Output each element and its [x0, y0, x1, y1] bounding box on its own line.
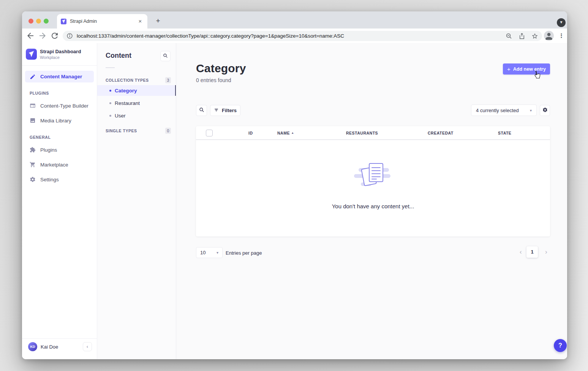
column-header-state[interactable]: STATE: [498, 131, 511, 135]
cart-icon: [30, 162, 36, 168]
search-icon: [163, 53, 168, 60]
table-header-row: ID NAME ▴ RESTAURANTS CREATEDAT STATE: [196, 126, 550, 140]
subnav-item-user[interactable]: User: [97, 110, 176, 121]
page-size-select[interactable]: 10 ▾: [196, 247, 223, 258]
sidebar-section-plugins: PLUGINS: [30, 91, 49, 95]
user-name: Kai Doe: [41, 344, 58, 350]
subnav-title: Content: [106, 52, 131, 60]
zoom-out-icon[interactable]: [506, 33, 512, 40]
back-button[interactable]: [26, 31, 35, 40]
subnav-search-button[interactable]: [160, 51, 171, 61]
column-header-name[interactable]: NAME: [277, 131, 290, 135]
single-types-count-badge: 0: [165, 128, 171, 134]
filters-button[interactable]: Filters: [210, 105, 240, 116]
page-number-current[interactable]: 1: [526, 246, 538, 258]
workspace-header[interactable]: Strapi Dashboard Workplace: [26, 49, 81, 60]
column-header-restaurants[interactable]: RESTAURANTS: [346, 131, 378, 135]
collection-types-label: COLLECTION TYPES: [106, 78, 149, 82]
subnav-item-category[interactable]: Category: [97, 85, 176, 96]
plus-icon: +: [507, 66, 511, 72]
workspace-title: Strapi Dashboard: [40, 49, 81, 54]
puzzle-icon: [30, 147, 36, 153]
browser-menu-icon[interactable]: ⋮: [558, 31, 564, 40]
help-button[interactable]: ?: [554, 339, 567, 352]
bullet-icon: [109, 115, 111, 117]
empty-state-message: You don't have any content yet...: [196, 203, 550, 209]
sidebar-item-label: Marketplace: [40, 162, 68, 168]
sidebar-item-media-library[interactable]: Media Library: [30, 117, 94, 124]
sidebar-item-plugins[interactable]: Plugins: [30, 146, 94, 154]
sidebar-item-label: Content-Type Builder: [40, 103, 89, 109]
browser-profile-avatar[interactable]: [544, 31, 554, 41]
bullet-icon: [109, 90, 111, 92]
view-settings-button[interactable]: [540, 105, 550, 116]
screen-record-indicator-icon[interactable]: ▾: [557, 18, 566, 27]
gear-icon: [30, 176, 36, 182]
window-close-button[interactable]: [28, 19, 33, 24]
user-profile[interactable]: KD Kai Doe: [28, 342, 58, 351]
sidebar-item-content-type-builder[interactable]: Content-Type Builder: [30, 102, 94, 109]
strapi-logo-icon: [26, 49, 37, 60]
share-icon[interactable]: [518, 33, 525, 40]
chevron-down-icon: ▾: [217, 251, 218, 255]
site-info-icon[interactable]: [66, 33, 73, 39]
browser-tab-strip: Strapi Admin × + ▾: [22, 11, 567, 29]
new-tab-button[interactable]: +: [153, 16, 163, 26]
browser-window: Strapi Admin × + ▾ localhost:1337/admin/…: [22, 11, 567, 359]
single-types-label: SINGLE TYPES: [106, 128, 137, 133]
sidebar-item-marketplace[interactable]: Marketplace: [30, 161, 94, 168]
tab-close-icon[interactable]: ×: [137, 18, 144, 25]
browser-tab[interactable]: Strapi Admin ×: [57, 14, 147, 29]
empty-state-illustration: [196, 160, 550, 195]
sidebar-item-settings[interactable]: Settings: [30, 176, 94, 183]
filter-icon: [214, 108, 219, 114]
window-zoom-button[interactable]: [44, 19, 49, 24]
select-all-checkbox[interactable]: [206, 130, 213, 136]
bookmark-star-icon[interactable]: [531, 33, 538, 40]
sidebar-section-general: GENERAL: [30, 135, 51, 140]
reload-button[interactable]: [50, 31, 59, 40]
sidebar-item-label: Settings: [40, 177, 59, 182]
next-page-button[interactable]: ›: [545, 248, 547, 256]
subnav-item-label: Restaurant: [115, 100, 140, 106]
bullet-icon: [109, 102, 111, 104]
subnav-item-restaurant[interactable]: Restaurant: [97, 98, 176, 108]
tab-title: Strapi Admin: [70, 19, 137, 24]
subnav-item-label: Category: [115, 88, 137, 94]
traffic-lights: [28, 19, 49, 24]
add-new-entry-button[interactable]: + Add new entry: [503, 63, 550, 75]
page-title: Category: [196, 62, 246, 75]
sidebar-footer-divider: [22, 338, 97, 339]
collapse-sidebar-button[interactable]: ‹: [83, 342, 92, 351]
page-size-value: 10: [200, 250, 205, 255]
window-minimize-button[interactable]: [36, 19, 41, 24]
chevron-down-icon: ▾: [530, 108, 532, 113]
pen-icon: [30, 74, 36, 80]
gear-icon: [542, 107, 548, 114]
sidebar-item-label: Content Manager: [40, 74, 82, 79]
add-new-entry-label: Add new entry: [513, 67, 546, 72]
user-avatar[interactable]: KD: [28, 342, 37, 351]
column-header-id[interactable]: ID: [248, 131, 253, 135]
subnav-item-label: User: [115, 113, 126, 119]
selected-label: 4 currently selected: [476, 108, 519, 113]
strapi-admin-app: Strapi Dashboard Workplace Content Manag…: [22, 43, 567, 359]
sidebar-item-label: Plugins: [40, 147, 57, 153]
url-text[interactable]: localhost:1337/admin/content-manager/col…: [77, 33, 499, 39]
address-bar[interactable]: localhost:1337/admin/content-manager/col…: [63, 31, 542, 41]
workspace-subtitle: Workplace: [40, 55, 81, 60]
collection-types-count-badge: 3: [165, 77, 171, 83]
filters-label: Filters: [222, 108, 237, 113]
column-header-createdat[interactable]: CREATEDAT: [428, 131, 454, 135]
subnav-divider: [106, 67, 115, 68]
sidebar-divider: [22, 65, 97, 66]
sidebar-item-content-manager[interactable]: Content Manager: [25, 71, 94, 82]
main-content: Category 0 entries found + Add new entry…: [176, 43, 567, 359]
previous-page-button[interactable]: ‹: [520, 248, 522, 256]
layout-icon: [30, 103, 36, 109]
image-icon: [30, 117, 36, 124]
search-entries-button[interactable]: [196, 105, 207, 116]
fields-selected-dropdown[interactable]: 4 currently selected ▾: [471, 105, 537, 116]
forward-button[interactable]: [38, 31, 47, 40]
sort-ascending-icon[interactable]: ▴: [292, 131, 294, 135]
